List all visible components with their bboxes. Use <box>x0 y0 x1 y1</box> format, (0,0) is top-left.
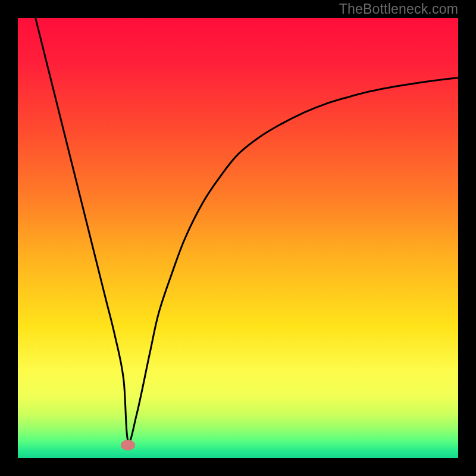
watermark-text: TheBottleneck.com <box>339 2 458 16</box>
optimal-point-marker <box>121 440 135 450</box>
bottleneck-curve <box>18 18 458 458</box>
chart-frame: TheBottleneck.com <box>0 0 476 476</box>
plot-area <box>18 18 458 458</box>
